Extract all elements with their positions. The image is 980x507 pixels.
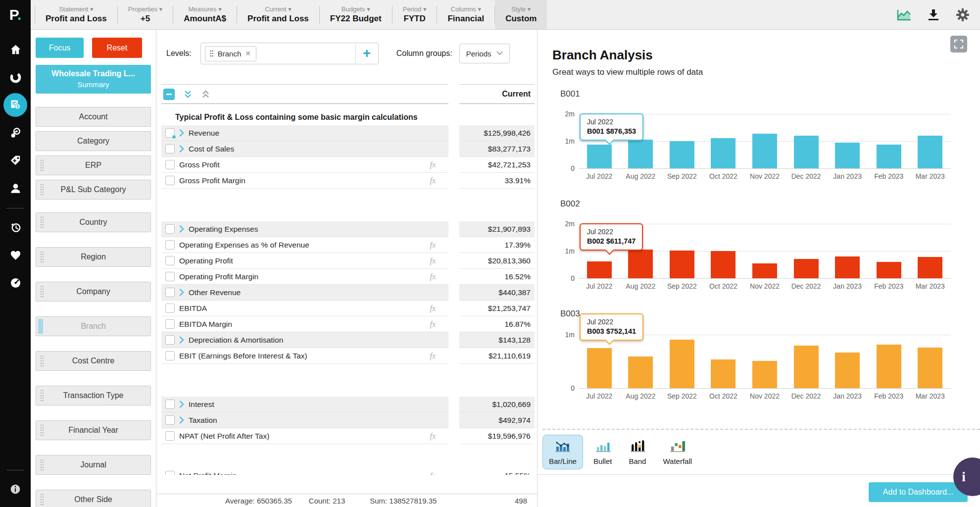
bar-b002-jan-2023[interactable] <box>835 256 860 278</box>
add-to-dashboard-button[interactable]: Add to Dashboard... <box>869 482 968 502</box>
expand-row-icon[interactable] <box>179 416 184 424</box>
table-row-net-profit-margin[interactable]: Net Profit Marginfx15.55% <box>161 468 535 475</box>
select-all-checkbox[interactable] <box>163 89 175 100</box>
explore-icon[interactable] <box>3 121 27 145</box>
expand-row-icon[interactable] <box>179 145 184 152</box>
drag-handle-icon[interactable] <box>40 493 45 506</box>
drag-handle-icon[interactable] <box>40 458 45 471</box>
table-row-taxation[interactable]: Taxation$492,974 <box>161 412 535 428</box>
row-checkbox[interactable] <box>165 304 175 313</box>
row-checkbox[interactable] <box>165 272 175 281</box>
dimension-account[interactable]: Account <box>36 107 151 127</box>
download-icon[interactable] <box>927 8 940 22</box>
history-icon[interactable] <box>3 215 27 239</box>
dimension-journal[interactable]: Journal <box>36 455 151 475</box>
row-checkbox[interactable] <box>165 471 175 475</box>
menu-period[interactable]: Period ▾FYTD <box>392 0 437 29</box>
drag-handle-icon[interactable] <box>40 216 45 229</box>
home-icon[interactable] <box>3 38 27 61</box>
table-row-interest[interactable]: Interest$1,020,669 <box>161 397 535 412</box>
bar-b001-jan-2023[interactable] <box>835 143 860 168</box>
table-row-operating-profit-margin[interactable]: Operating Profit Marginfx16.52% <box>161 269 535 285</box>
table-row-ebit-earnings-before-interest-tax[interactable]: EBIT (Earnings Before Interest & Tax)fx$… <box>161 348 535 364</box>
drag-handle-icon[interactable] <box>40 251 45 263</box>
row-value[interactable]: 16.52% <box>459 269 535 285</box>
table-row-gross-profit[interactable]: Gross Profitfx$42,721,253 <box>161 157 535 173</box>
bar-b003-feb-2023[interactable] <box>877 345 901 388</box>
expand-row-icon[interactable] <box>179 336 184 344</box>
row-value[interactable]: $20,813,360 <box>459 253 535 269</box>
row-value[interactable]: $143,128 <box>459 332 535 348</box>
row-checkbox[interactable] <box>165 176 175 185</box>
bar-b003-jul-2022[interactable] <box>587 348 612 388</box>
bar-b001-nov-2022[interactable] <box>752 134 777 168</box>
chart-type-bullet[interactable]: Bullet <box>587 435 619 469</box>
bar-b002-aug-2022[interactable] <box>628 250 653 278</box>
table-row-depreciation-amortisation[interactable]: Depreciation & Amortisation$143,128 <box>161 332 535 348</box>
table-row-operating-expenses-as-of-revenue[interactable]: Operating Expenses as % of Revenuefx17.3… <box>161 237 535 253</box>
bar-b002-mar-2023[interactable] <box>918 257 942 278</box>
menu-budgets[interactable]: Budgets ▾FY22 Budget <box>320 0 392 29</box>
row-value[interactable]: $21,253,747 <box>459 301 535 316</box>
tag-icon[interactable] <box>3 149 27 172</box>
chart-type-waterfall[interactable]: Waterfall <box>656 435 698 469</box>
dimension-erp[interactable]: ERP <box>36 155 151 175</box>
table-row-operating-expenses[interactable]: Operating Expenses$21,907,893 <box>161 221 535 237</box>
bar-b001-sep-2022[interactable] <box>670 141 694 168</box>
row-value[interactable]: $83,277,173 <box>459 141 535 157</box>
row-value[interactable]: $19,596,976 <box>459 428 535 444</box>
bar-b002-nov-2022[interactable] <box>752 263 777 278</box>
table-row-ebitda[interactable]: EBITDAfx$21,253,747 <box>161 301 535 316</box>
table-row-other-revenue[interactable]: Other Revenue$440,387 <box>161 285 535 301</box>
dimension-category[interactable]: Category <box>36 131 151 151</box>
bar-b003-aug-2022[interactable] <box>628 356 653 388</box>
bar-b003-sep-2022[interactable] <box>670 340 694 388</box>
row-checkbox[interactable] <box>165 288 175 297</box>
dimension-branch[interactable]: Branch <box>36 316 151 336</box>
bar-b002-sep-2022[interactable] <box>670 251 694 278</box>
chart-type-bar-line[interactable]: Bar/Line <box>542 435 583 469</box>
row-value[interactable]: 16.87% <box>459 316 535 332</box>
bar-b003-nov-2022[interactable] <box>752 361 777 388</box>
reset-button[interactable]: Reset <box>92 38 142 58</box>
row-value[interactable]: $21,110,619 <box>459 348 535 364</box>
row-checkbox[interactable] <box>165 240 175 250</box>
favorites-icon[interactable] <box>3 243 27 267</box>
bar-b002-dec-2022[interactable] <box>794 259 819 278</box>
user-icon[interactable] <box>3 176 27 200</box>
drag-handle-icon[interactable] <box>40 424 45 437</box>
expand-row-icon[interactable] <box>179 225 184 233</box>
row-checkbox[interactable] <box>165 351 175 360</box>
bar-b001-oct-2022[interactable] <box>711 138 735 168</box>
dimension-transaction-type[interactable]: Transaction Type <box>36 386 151 406</box>
bar-b003-dec-2022[interactable] <box>794 346 819 388</box>
bar-b001-dec-2022[interactable] <box>794 136 819 168</box>
drag-handle-icon[interactable] <box>40 159 45 172</box>
remove-level-icon[interactable]: ✕ <box>245 50 251 57</box>
dimension-company[interactable]: Company <box>36 282 151 302</box>
row-checkbox[interactable] <box>165 256 175 265</box>
menu-properties[interactable]: Properties ▾+5 <box>118 0 173 29</box>
table-row-npat-net-profit-after-tax[interactable]: NPAT (Net Profit After Tax)fx$19,596,976 <box>161 428 535 444</box>
add-level-button[interactable]: + <box>355 43 378 64</box>
dimension-financial-year[interactable]: Financial Year <box>36 420 151 440</box>
bar-b002-oct-2022[interactable] <box>711 251 735 278</box>
table-row-operating-profit[interactable]: Operating Profitfx$20,813,360 <box>161 253 535 269</box>
dimension-p-l-sub-category[interactable]: P&L Sub Category <box>36 180 151 200</box>
menu-current[interactable]: Current ▾Profit and Loss <box>237 0 319 29</box>
expand-row-icon[interactable] <box>179 289 184 296</box>
row-checkbox[interactable] <box>165 319 175 329</box>
menu-measures[interactable]: Measures ▾AmountA$ <box>173 0 237 29</box>
dimension-region[interactable]: Region <box>36 247 151 267</box>
table-row-revenue[interactable]: Revenue$125,998,426 <box>161 125 535 141</box>
row-checkbox[interactable] <box>165 224 175 234</box>
row-checkbox[interactable] <box>165 431 175 441</box>
drag-handle-icon[interactable] <box>40 183 45 196</box>
dimension-other-side[interactable]: Other Side <box>36 490 151 507</box>
level-chip-branch[interactable]: Branch ✕ <box>205 46 256 61</box>
settings-icon[interactable] <box>955 7 970 22</box>
chart-type-band[interactable]: Band <box>622 435 652 469</box>
row-value[interactable]: $1,020,669 <box>459 397 535 412</box>
bar-b002-feb-2023[interactable] <box>877 262 901 278</box>
row-checkbox[interactable] <box>165 400 175 409</box>
